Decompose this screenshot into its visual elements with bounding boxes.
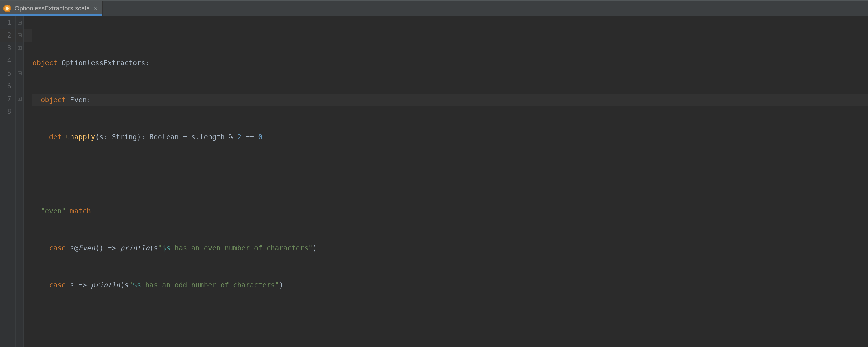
line-number: 4 [0,54,16,67]
line-number: 3 [0,42,16,54]
line-number: 5 [0,67,16,80]
fold-open-icon[interactable] [16,67,24,80]
line-number-gutter: 1 2 3 4 5 6 7 8 [0,16,16,347]
fold-gutter [16,16,24,347]
code-line[interactable]: object Even: [32,94,868,106]
line-number: 8 [0,105,16,118]
code-line[interactable] [32,168,868,181]
scala-object-icon [3,5,11,12]
tab-bar: OptionlessExtractors.scala × [0,0,868,16]
code-line[interactable]: case s@Even() => println(s"$s has an eve… [32,242,868,254]
code-line[interactable]: def unapply(s: String): Boolean = s.leng… [32,131,868,144]
line-number: 2 [0,29,16,42]
indent-guide [24,16,32,347]
tab-filename: OptionlessExtractors.scala [14,5,90,12]
fold-open-icon[interactable] [16,16,24,29]
fold-close-icon[interactable] [16,93,24,105]
fold-open-icon[interactable] [16,29,24,42]
active-tab-indicator [0,14,102,16]
close-icon[interactable]: × [93,5,98,11]
right-margin-guide [620,16,620,347]
code-line[interactable] [32,316,868,328]
code-line[interactable]: case s => println(s"$s has an odd number… [32,279,868,291]
line-number: 7 [0,93,16,105]
line-number: 1 [0,16,16,29]
code-line[interactable]: object OptionlessExtractors: [32,57,868,69]
line-number: 6 [0,80,16,93]
code-content[interactable]: object OptionlessExtractors: object Even… [32,16,868,347]
fold-close-icon[interactable] [16,42,24,54]
code-line[interactable]: "even" match [32,205,868,217]
file-tab[interactable]: OptionlessExtractors.scala × [0,1,103,16]
editor-area[interactable]: 1 2 3 4 5 6 7 8 [0,16,868,347]
